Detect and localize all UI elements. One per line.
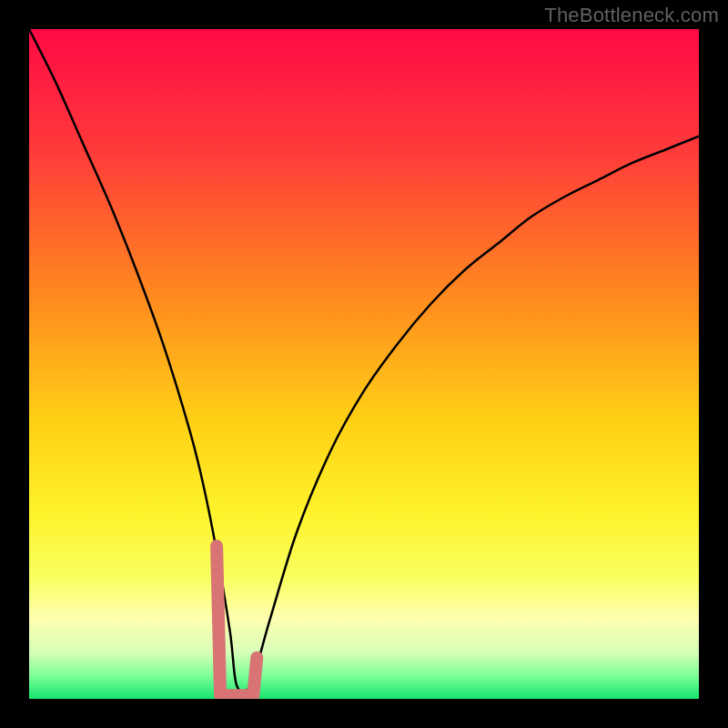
watermark-text: TheBottleneck.com (544, 4, 719, 27)
chart-svg (29, 29, 699, 699)
chart-frame: TheBottleneck.com (0, 0, 728, 728)
plot-area (29, 29, 699, 699)
optimal-marker (217, 546, 257, 695)
bottleneck-curve (29, 29, 699, 693)
